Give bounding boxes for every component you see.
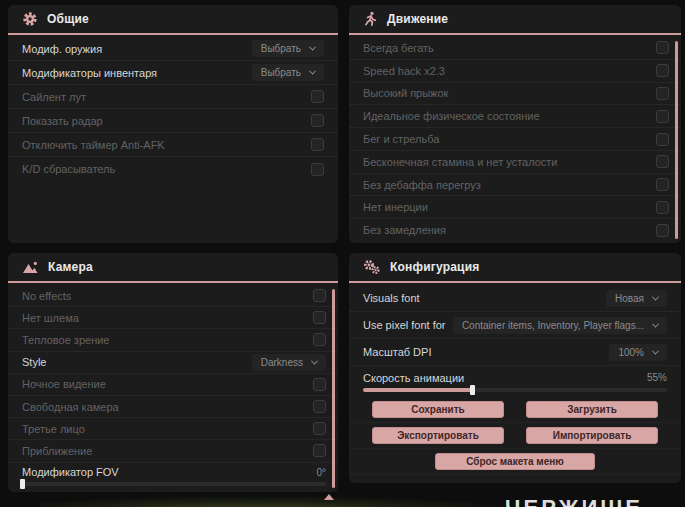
- run-and-shoot-checkbox[interactable]: [656, 133, 669, 146]
- no-effects-checkbox[interactable]: [313, 289, 326, 302]
- silent-loot-checkbox[interactable]: [311, 90, 324, 103]
- row-use-pixel-font-for: Use pixel font forContainer items, Inven…: [349, 312, 681, 339]
- use-pixel-font-for-dropdown[interactable]: Container items, Inventory, Player flags…: [453, 317, 667, 334]
- gear-icon: [22, 11, 38, 27]
- movement-scrollbar[interactable]: [675, 41, 678, 239]
- fov-modifier-slider[interactable]: [22, 482, 326, 486]
- row-thermal-vision: Тепловое зрение: [8, 329, 338, 351]
- export-button[interactable]: Экспортировать: [372, 427, 504, 444]
- panel-camera: Камера No effectsНет шлемаТепловое зрени…: [8, 253, 338, 492]
- slider-handle[interactable]: [20, 479, 25, 489]
- row-inventory-mods: Модификаторы инвентаряВыбрать: [8, 61, 338, 85]
- camera-scrollbar[interactable]: [332, 289, 335, 488]
- slider-line: Модификатор FOV0°: [22, 466, 326, 478]
- row-label: Свободная камера: [22, 401, 119, 413]
- watermark-text: ЧЕРЖИШЕ: [505, 495, 643, 507]
- panel-title: Общие: [47, 12, 89, 26]
- row-label: Идеальное физическое состояние: [363, 110, 540, 122]
- show-radar-checkbox[interactable]: [311, 114, 324, 127]
- row-zoom: Приближение: [8, 440, 338, 462]
- row-speed-hack: Speed hack x2.3: [349, 60, 681, 83]
- row-fov-modifier: Модификатор FOV0°: [8, 463, 338, 491]
- kd-resetter-checkbox[interactable]: [311, 163, 324, 176]
- reset-menu-layout-button[interactable]: Сброс макета меню: [435, 453, 595, 470]
- no-slowdown-checkbox[interactable]: [656, 224, 669, 237]
- third-person-checkbox[interactable]: [313, 422, 326, 435]
- import-button[interactable]: Импортировать: [526, 427, 658, 444]
- row-label: Отключить таймер Anti-AFK: [22, 139, 165, 151]
- game-background-glow: [40, 496, 520, 507]
- row-label: Модиф. оружия: [22, 43, 102, 55]
- free-camera-checkbox[interactable]: [313, 400, 326, 413]
- row-label: Тепловое зрение: [22, 334, 109, 346]
- row-label: Показать радар: [22, 115, 103, 127]
- row-label: Третье лицо: [22, 423, 85, 435]
- inventory-mods-dropdown[interactable]: Выбрать: [252, 64, 324, 81]
- row-no-slowdown: Без замедления: [349, 219, 681, 241]
- no-helmet-checkbox[interactable]: [313, 311, 326, 324]
- row-label: Нет инерции: [363, 201, 428, 213]
- row-label: Приближение: [22, 445, 92, 457]
- slider-handle[interactable]: [470, 385, 475, 395]
- gears-icon: [363, 259, 381, 275]
- speed-hack-checkbox[interactable]: [656, 64, 669, 77]
- perfect-physical-state-checkbox[interactable]: [656, 110, 669, 123]
- dropdown-value: 100%: [618, 347, 644, 358]
- high-jump-checkbox[interactable]: [656, 87, 669, 100]
- general-rows: Модиф. оружияВыбратьМодификаторы инвента…: [8, 37, 338, 181]
- panel-config-header: Конфигурация: [349, 253, 681, 283]
- dropdown-value: Darkness: [261, 357, 303, 368]
- row-perfect-physical-state: Идеальное физическое состояние: [349, 105, 681, 128]
- button-row: Сброс макета меню: [349, 449, 681, 475]
- row-label: Масштаб DPI: [363, 346, 431, 358]
- row-night-vision: Ночное видение: [8, 374, 338, 396]
- no-overload-debuff-checkbox[interactable]: [656, 178, 669, 191]
- visuals-font-dropdown[interactable]: Новая: [606, 290, 667, 307]
- row-label: Use pixel font for: [363, 319, 446, 331]
- infinite-stamina-checkbox[interactable]: [656, 155, 669, 168]
- row-label: Visuals font: [363, 292, 420, 304]
- slider-line: Скорость анимации55%: [363, 372, 667, 384]
- dropdown-value: Выбрать: [261, 43, 301, 54]
- config-buttons: СохранитьЗагрузитьЭкспортироватьИмпортир…: [349, 397, 681, 475]
- runner-icon: [363, 11, 378, 27]
- row-label: Speed hack x2.3: [363, 65, 445, 77]
- chevron-down-icon: [309, 68, 316, 75]
- row-show-radar: Показать радар: [8, 109, 338, 133]
- panel-config: Конфигурация Visuals fontНоваяUse pixel …: [349, 253, 681, 483]
- slider-value: 55%: [647, 372, 667, 383]
- row-label: Style: [22, 356, 46, 368]
- slider-fill: [363, 388, 472, 392]
- save-button[interactable]: Сохранить: [372, 401, 504, 418]
- zoom-checkbox[interactable]: [313, 444, 326, 457]
- scroll-up-arrow-icon[interactable]: [324, 494, 334, 500]
- chevron-down-icon: [309, 44, 316, 51]
- row-disable-anti-afk-timer: Отключить таймер Anti-AFK: [8, 133, 338, 157]
- disable-anti-afk-timer-checkbox[interactable]: [311, 138, 324, 151]
- dpi-scale-dropdown[interactable]: 100%: [609, 344, 667, 361]
- row-always-run: Всегда бегать: [349, 37, 681, 60]
- load-button[interactable]: Загрузить: [526, 401, 658, 418]
- movement-rows: Всегда бегатьSpeed hack x2.3Высокий прыж…: [349, 37, 681, 241]
- panel-movement: Движение Всегда бегатьSpeed hack x2.3Выс…: [349, 5, 681, 243]
- panel-title: Движение: [387, 12, 448, 26]
- animation-speed-slider[interactable]: [363, 388, 667, 392]
- row-free-camera: Свободная камера: [8, 396, 338, 418]
- chevron-down-icon: [652, 347, 659, 354]
- row-dpi-scale: Масштаб DPI100%: [349, 339, 681, 366]
- row-no-inertia: Нет инерции: [349, 196, 681, 219]
- row-kd-resetter: K/D сбрасыватель: [8, 157, 338, 181]
- thermal-vision-checkbox[interactable]: [313, 333, 326, 346]
- row-label: Скорость анимации: [363, 372, 464, 384]
- row-visuals-font: Visuals fontНовая: [349, 285, 681, 312]
- style-dropdown[interactable]: Darkness: [252, 354, 326, 371]
- panel-title: Конфигурация: [390, 260, 479, 274]
- no-inertia-checkbox[interactable]: [656, 201, 669, 214]
- weapon-mod-dropdown[interactable]: Выбрать: [252, 40, 324, 57]
- panel-general: Общие Модиф. оружияВыбратьМодификаторы и…: [8, 5, 338, 243]
- row-label: Модификаторы инвентаря: [22, 67, 157, 79]
- dropdown-value: Container items, Inventory, Player flags…: [462, 320, 644, 331]
- always-run-checkbox[interactable]: [656, 41, 669, 54]
- night-vision-checkbox[interactable]: [313, 378, 326, 391]
- row-label: Высокий прыжок: [363, 87, 448, 99]
